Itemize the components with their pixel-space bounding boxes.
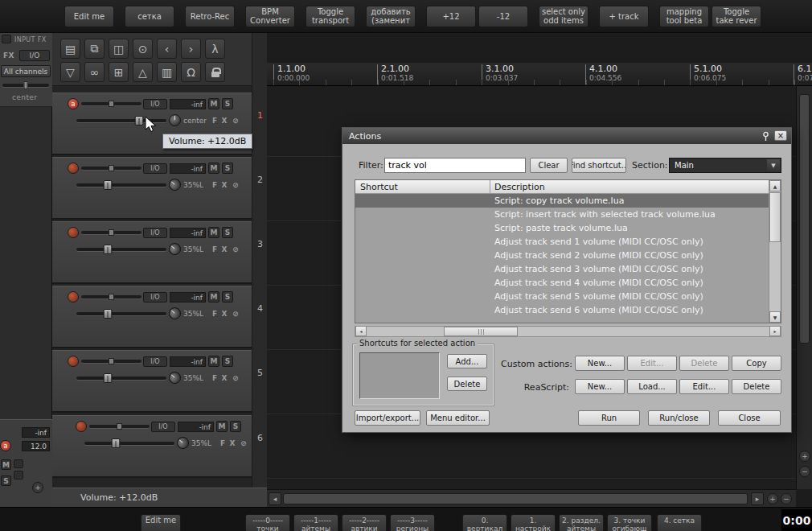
fader-handle[interactable] bbox=[135, 116, 144, 126]
action-row[interactable]: Script: copy track volume.lua bbox=[355, 194, 770, 208]
input-fx-button[interactable] bbox=[2, 35, 11, 43]
trim-slider-handle[interactable] bbox=[109, 165, 114, 171]
bottom-button-items[interactable]: -----1-----айтемы bbox=[293, 514, 338, 531]
fx-button[interactable]: F bbox=[210, 308, 219, 319]
volume-fader[interactable] bbox=[76, 308, 166, 319]
routing-button[interactable]: I/O bbox=[143, 228, 167, 238]
solo-button[interactable]: S bbox=[230, 421, 241, 432]
zoom-in-button[interactable]: + bbox=[799, 451, 810, 462]
pan-knob[interactable] bbox=[166, 176, 183, 193]
menu-editor-button[interactable]: Menu editor... bbox=[426, 410, 490, 426]
scroll-right-button[interactable]: ▸ bbox=[769, 326, 781, 336]
fx-bypass-button[interactable]: ⊘ bbox=[230, 179, 241, 190]
track-number-4[interactable]: 4 bbox=[252, 303, 268, 314]
master-solo-button[interactable]: S bbox=[1, 475, 11, 486]
fx-button-2[interactable]: X bbox=[219, 115, 229, 126]
hzoom-out-button[interactable]: − bbox=[781, 493, 792, 504]
reascript-delete-button[interactable]: Delete bbox=[732, 379, 781, 394]
action-row[interactable]: Script: paste track volume.lua bbox=[355, 221, 770, 235]
horizontal-scroll-thumb[interactable] bbox=[283, 493, 748, 504]
fx-button-2[interactable]: X bbox=[219, 373, 229, 383]
toolbar-button-grid[interactable]: сетка bbox=[125, 6, 174, 27]
record-arm-button[interactable] bbox=[76, 421, 87, 432]
record-arm-button[interactable] bbox=[68, 163, 79, 174]
record-arm-button[interactable]: a bbox=[68, 98, 79, 109]
toolbar-button-add-replace[interactable]: добавить (заменит bbox=[366, 6, 416, 27]
snap-magnet-button[interactable]: Ω bbox=[181, 62, 201, 82]
dialog-titlebar[interactable]: Actions × bbox=[342, 128, 791, 144]
pan-knob[interactable] bbox=[169, 114, 181, 126]
bottom-button-4-grid[interactable]: 4. сетка bbox=[657, 514, 702, 531]
custom-action-button[interactable]: λ bbox=[205, 39, 225, 59]
column-divider[interactable] bbox=[490, 180, 490, 193]
grid-button[interactable]: ⊞ bbox=[109, 62, 129, 82]
envelope-button[interactable]: △ bbox=[133, 62, 153, 82]
column-shortcut[interactable]: Shortcut bbox=[360, 182, 398, 192]
filter-button[interactable]: ▽ bbox=[60, 62, 80, 82]
hzoom-in-button[interactable]: + bbox=[767, 493, 778, 504]
find-shortcut-button[interactable]: Find shortcut... bbox=[572, 158, 626, 173]
track-panel-5[interactable]: I/O -inf M S 35%L F X ⊘ bbox=[52, 350, 252, 413]
pan-knob[interactable] bbox=[166, 305, 183, 322]
horizontal-scroll-thumb[interactable] bbox=[444, 327, 518, 336]
routing-button[interactable]: I/O bbox=[143, 99, 167, 109]
master-mute-button[interactable]: M bbox=[1, 459, 11, 470]
mute-button[interactable]: M bbox=[208, 291, 219, 303]
toolbar-button-retro-rec[interactable]: Retro-Rec bbox=[185, 6, 235, 27]
master-record-arm-button[interactable]: a bbox=[0, 440, 11, 451]
scroll-right-button[interactable]: ▸ bbox=[751, 492, 764, 505]
envelope-icon[interactable] bbox=[14, 459, 23, 468]
nav-forward-button[interactable]: › bbox=[181, 39, 201, 59]
bottom-edit-me-button[interactable]: Edit me bbox=[141, 514, 181, 531]
routing-button[interactable]: I/O bbox=[143, 292, 167, 303]
mute-button[interactable]: M bbox=[216, 421, 228, 432]
record-arm-button[interactable] bbox=[68, 227, 79, 238]
scroll-left-button[interactable]: ◂ bbox=[355, 326, 367, 336]
fader-handle[interactable] bbox=[104, 309, 113, 319]
list-vertical-scrollbar[interactable]: ▲ ▼ bbox=[769, 180, 781, 323]
bottom-button-2-split-items[interactable]: 2. раздел.айтемы bbox=[559, 514, 604, 531]
solo-button[interactable]: S bbox=[222, 227, 233, 238]
bottom-button-1-settings[interactable]: 1.настройк bbox=[511, 514, 556, 531]
track-panel-4[interactable]: I/O -inf M S 35%L F X ⊘ bbox=[52, 286, 252, 348]
toolbar-button-edit-me[interactable]: Edit me bbox=[64, 6, 114, 27]
volume-fader[interactable] bbox=[76, 179, 166, 191]
fx-button[interactable]: F bbox=[210, 179, 219, 190]
track-number-1[interactable]: 1 bbox=[252, 110, 268, 121]
fx-button[interactable]: F bbox=[210, 244, 219, 254]
arrange-vertical-scrollbar[interactable]: + − bbox=[796, 86, 812, 489]
save-project-button[interactable]: ◫ bbox=[109, 39, 129, 59]
fx-bypass-button[interactable]: ⊘ bbox=[230, 373, 241, 383]
fx-button-2[interactable]: X bbox=[228, 438, 237, 448]
track-number-2[interactable]: 2 bbox=[252, 175, 268, 185]
timeline-ruler[interactable]: 1.1.000:00.000 2.1.000:01.518 3.1.000:03… bbox=[267, 63, 812, 86]
lock-button[interactable] bbox=[205, 62, 225, 82]
pin-icon[interactable] bbox=[761, 131, 770, 144]
fx-button-2[interactable]: X bbox=[219, 179, 229, 190]
trim-slider-handle[interactable] bbox=[109, 101, 114, 107]
all-channels-button[interactable]: All channels bbox=[1, 65, 51, 77]
nav-back-button[interactable]: ‹ bbox=[157, 39, 177, 59]
column-description[interactable]: Description bbox=[494, 182, 545, 192]
fx-bypass-button[interactable]: ⊘ bbox=[238, 438, 249, 448]
bottom-button-autos[interactable]: -----2-----автики bbox=[342, 514, 387, 531]
scroll-up-button[interactable]: ▲ bbox=[769, 180, 781, 191]
vertical-scroll-thumb[interactable] bbox=[799, 94, 810, 344]
trim-slider[interactable] bbox=[81, 164, 141, 172]
pan-slider-handle[interactable] bbox=[24, 81, 28, 89]
toolbar-button-add-track[interactable]: + track bbox=[599, 6, 649, 27]
fx-bypass-button[interactable]: ⊘ bbox=[230, 308, 241, 319]
fx-button[interactable]: F bbox=[210, 373, 219, 383]
automation-mode-icon[interactable] bbox=[14, 471, 23, 480]
item-grouping-button[interactable]: ∞ bbox=[84, 62, 105, 82]
fader-handle[interactable] bbox=[104, 373, 113, 383]
bottom-button-3-env-points[interactable]: 3. точкиогибающ bbox=[607, 514, 652, 531]
add-shortcut-button[interactable]: Add... bbox=[447, 354, 487, 368]
add-fx-icon[interactable]: + bbox=[32, 482, 43, 493]
run-button[interactable]: Run bbox=[578, 410, 640, 426]
solo-button[interactable]: S bbox=[222, 98, 233, 109]
ripple-button[interactable]: ▥ bbox=[157, 62, 177, 82]
volume-fader[interactable] bbox=[84, 438, 174, 449]
action-row[interactable]: Adjust track send 2 volume (MIDI CC/OSC … bbox=[355, 249, 770, 262]
solo-button[interactable]: S bbox=[222, 356, 233, 367]
